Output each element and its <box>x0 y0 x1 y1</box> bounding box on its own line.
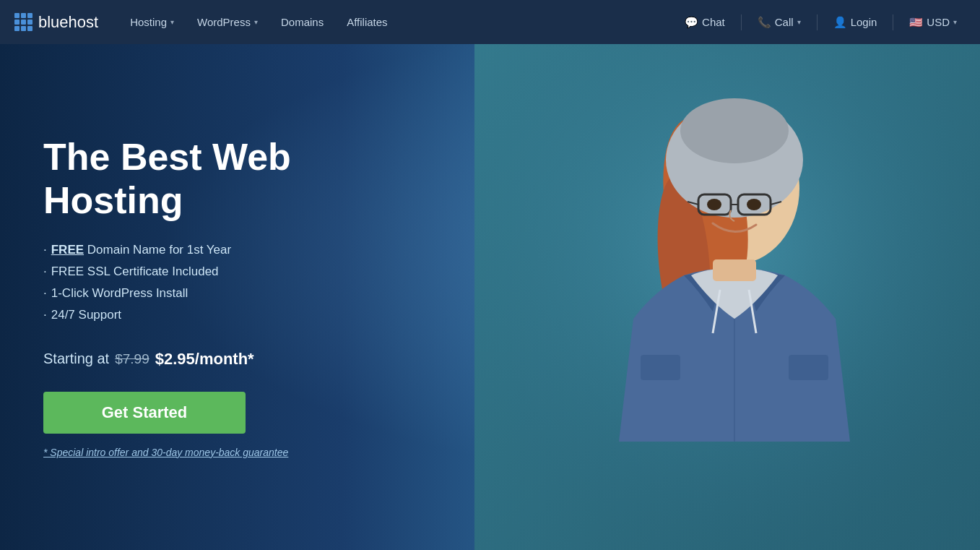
grid-cell <box>21 20 26 25</box>
navbar: bluehost Hosting ▾ WordPress ▾ Domains A… <box>0 0 980 44</box>
brand-grid-icon <box>14 13 32 31</box>
grid-cell <box>27 20 32 25</box>
nav-right: 💬 Chat 📞 Call ▾ 👤 Login 🇺🇸 USD ▾ <box>676 10 966 35</box>
nav-affiliates[interactable]: Affiliates <box>337 10 397 34</box>
feature-domain-text: FREE Domain Name for 1st Year <box>51 243 231 257</box>
nav-call-label: Call <box>775 16 794 28</box>
nav-wordpress-label: WordPress <box>197 16 251 28</box>
grid-cell <box>21 13 26 18</box>
hero-pricing: Starting at $7.99 $2.95/month* <box>43 350 419 369</box>
nav-affiliates-label: Affiliates <box>347 16 387 28</box>
chat-icon: 💬 <box>685 16 698 29</box>
pricing-label: Starting at <box>43 351 109 367</box>
feature-wp-text: 1-Click WordPress Install <box>51 286 188 301</box>
nav-hosting[interactable]: Hosting ▾ <box>120 10 184 34</box>
grid-cell <box>14 26 19 31</box>
feature-ssl-text: FREE SSL Certificate Included <box>51 265 219 279</box>
nav-usd[interactable]: 🇺🇸 USD ▾ <box>901 10 966 35</box>
feature-item-domain: · FREE Domain Name for 1st Year <box>43 243 419 257</box>
nav-links: Hosting ▾ WordPress ▾ Domains Affiliates <box>120 10 676 34</box>
bullet-2: · <box>43 265 47 279</box>
nav-login-label: Login <box>851 16 877 28</box>
bullet-3: · <box>43 286 47 301</box>
nav-wordpress[interactable]: WordPress ▾ <box>187 10 268 34</box>
free-label: FREE <box>51 243 84 257</box>
grid-cell <box>14 13 19 18</box>
feature-item-ssl: · FREE SSL Certificate Included <box>43 265 419 279</box>
hero-title: The Best Web Hosting <box>43 136 419 223</box>
price-old: $7.99 <box>115 351 149 367</box>
nav-call[interactable]: 📞 Call ▾ <box>749 10 810 35</box>
get-started-button[interactable]: Get Started <box>43 392 246 434</box>
nav-divider <box>741 14 742 30</box>
chevron-down-icon: ▾ <box>797 18 801 26</box>
grid-cell <box>14 20 19 25</box>
user-icon: 👤 <box>833 16 847 29</box>
bullet-4: · <box>43 308 47 322</box>
flag-icon: 🇺🇸 <box>909 16 923 29</box>
hero-features-list: · FREE Domain Name for 1st Year · FREE S… <box>43 243 419 330</box>
feature-support-text: 24/7 Support <box>51 308 121 322</box>
chevron-down-icon: ▾ <box>953 18 957 26</box>
grid-cell <box>27 13 32 18</box>
nav-domains-label: Domains <box>281 16 324 28</box>
feature-item-support: · 24/7 Support <box>43 308 419 322</box>
hero-section: The Best Web Hosting · FREE Domain Name … <box>0 0 980 550</box>
nav-chat-label: Chat <box>702 16 725 28</box>
nav-usd-label: USD <box>927 16 950 28</box>
price-new: $2.95/month* <box>155 350 254 369</box>
nav-divider <box>893 14 893 30</box>
nav-domains[interactable]: Domains <box>271 10 334 34</box>
nav-divider <box>817 14 818 30</box>
brand-name: bluehost <box>38 13 98 32</box>
grid-cell <box>27 26 32 31</box>
brand-logo[interactable]: bluehost <box>14 13 98 32</box>
chevron-down-icon: ▾ <box>170 18 174 26</box>
nav-login[interactable]: 👤 Login <box>825 10 886 35</box>
disclaimer-link[interactable]: * Special intro offer and 30-day money-b… <box>43 447 419 458</box>
chevron-down-icon: ▾ <box>254 18 258 26</box>
nav-hosting-label: Hosting <box>130 16 167 28</box>
bullet-1: · <box>43 243 47 257</box>
feature-item-wordpress: · 1-Click WordPress Install <box>43 286 419 301</box>
grid-cell <box>21 26 26 31</box>
phone-icon: 📞 <box>758 16 771 29</box>
nav-chat[interactable]: 💬 Chat <box>676 10 734 35</box>
hero-content: The Best Web Hosting · FREE Domain Name … <box>0 44 462 550</box>
